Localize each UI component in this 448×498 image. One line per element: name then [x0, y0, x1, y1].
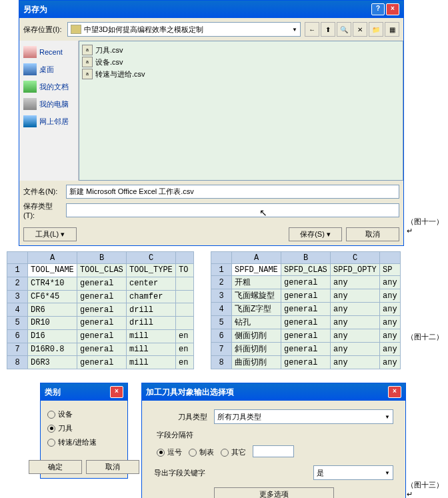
network-icon — [23, 115, 37, 127]
delete-icon[interactable]: ✕ — [353, 22, 367, 37]
table-row[interactable]: 3飞面螺旋型generalanyany — [211, 289, 401, 303]
sep-tab[interactable]: 制表 — [189, 445, 214, 459]
radio-icon — [157, 449, 165, 457]
table-row[interactable]: 5钻孔generalanyany — [211, 316, 401, 329]
radio-icon — [221, 449, 229, 457]
table-row[interactable]: 3CF6*45generalchamfer — [7, 290, 194, 303]
table-row[interactable]: 7斜面切削generalanyany — [211, 343, 401, 356]
table-row[interactable]: 8D6R3generalmillen — [7, 356, 194, 369]
radio-icon — [47, 439, 55, 447]
savetype-label: 保存类型(T): — [23, 201, 63, 219]
caption-13: （图十三）↵ — [407, 480, 448, 498]
type-dialog: 类别 × 设备 刀具 转速/进给速 确定 取消 — [40, 383, 128, 479]
dialog-title: 类别 — [45, 387, 61, 398]
tool-type-label: 刀具类型 — [154, 412, 207, 422]
tools-button[interactable]: 工具(L) ▾ — [23, 227, 77, 241]
spreadsheet-tool[interactable]: ABC 1TOOL_NAMETOOL_CLASTOOL_TYPETO2CTR4*… — [7, 251, 194, 369]
places-bar: Recent 桌面 我的文档 我的电脑 网上邻居 — [19, 41, 79, 181]
radio-tool[interactable]: 刀具 — [47, 421, 121, 435]
place-recent[interactable]: Recent — [22, 43, 75, 61]
file-item[interactable]: a刀具.csv — [82, 44, 400, 56]
radio-icon — [47, 425, 55, 433]
newfolder-icon[interactable]: 📁 — [369, 22, 383, 37]
up-icon[interactable]: ⬆ — [321, 22, 335, 37]
table-row[interactable]: 5DR10generaldrill — [7, 317, 194, 330]
cancel-button[interactable]: 取消 — [86, 460, 139, 474]
table-row[interactable]: 1SPFD_NAMESPFD_CLASSPFD_OPTYSP — [211, 264, 401, 276]
desktop-icon — [23, 63, 37, 75]
close-button[interactable]: × — [386, 3, 399, 15]
filename-input[interactable]: 新建 Microsoft Office Excel 工作表.csv — [66, 185, 399, 199]
keyword-label: 导出字段关键字 — [154, 468, 205, 478]
close-button[interactable]: × — [110, 386, 123, 398]
keyword-combo[interactable]: 是 — [313, 465, 393, 480]
export-options-dialog: 加工刀具对象输出选择项 × 刀具类型 所有刀具类型 字段分隔符 逗号 制表 其它… — [141, 383, 406, 498]
titlebar[interactable]: 另存为 ? × — [19, 1, 403, 18]
search-icon[interactable]: 🔍 — [337, 22, 351, 37]
radio-device[interactable]: 设备 — [47, 407, 121, 421]
save-button[interactable]: 保存(S) ▾ — [289, 227, 342, 241]
table-row[interactable]: 7D16R0.8generalmillen — [7, 343, 194, 356]
back-icon[interactable]: ← — [305, 22, 319, 37]
place-computer[interactable]: 我的电脑 — [22, 95, 75, 113]
savetype-combo[interactable]: CSV (逗号分隔)(*.csv) — [66, 203, 399, 217]
csv-icon: a — [82, 57, 93, 67]
file-item[interactable]: a转速与进给.csv — [82, 68, 400, 80]
ok-button[interactable]: 确定 — [29, 460, 82, 474]
close-button[interactable]: × — [388, 386, 401, 398]
table-row[interactable]: 4DR6generaldrill — [7, 303, 194, 317]
table-row[interactable]: 4飞面Z字型generalanyany — [211, 303, 401, 316]
window-title: 另存为 — [23, 4, 47, 15]
computer-icon — [23, 98, 37, 110]
cancel-button[interactable]: 取消 — [346, 227, 399, 241]
save-as-dialog: 另存为 ? × 保存位置(I): 中望3D如何提高编程效率之模板定制 ▼ ← ⬆… — [19, 0, 404, 246]
caption-11: （图十一）↵ — [407, 217, 448, 235]
place-docs[interactable]: 我的文档 — [22, 78, 75, 95]
caption-12: （图十二） — [407, 332, 443, 342]
save-in-label: 保存位置(I): — [23, 25, 63, 35]
table-row[interactable]: 6侧面切削generalanyany — [211, 329, 401, 343]
table-row[interactable]: 8曲面切削generalanyany — [211, 356, 401, 369]
table-row[interactable]: 6D16generalmillen — [7, 329, 194, 343]
recent-icon — [23, 46, 37, 58]
table-row[interactable]: 1TOOL_NAMETOOL_CLASTOOL_TYPETO — [7, 264, 194, 277]
more-options-button[interactable]: 更多选项 — [214, 487, 334, 498]
table-row[interactable]: 2开粗generalanyany — [211, 276, 401, 289]
radio-speed[interactable]: 转速/进给速 — [47, 435, 121, 449]
place-network[interactable]: 网上邻居 — [22, 113, 75, 130]
spreadsheet-spfd[interactable]: ABC 1SPFD_NAMESPFD_CLASSPFD_OPTYSP2开粗gen… — [211, 251, 401, 369]
help-button[interactable]: ? — [371, 3, 385, 15]
sep-other[interactable]: 其它 — [221, 445, 246, 459]
csv-icon: a — [82, 69, 93, 79]
sep-other-input[interactable] — [253, 445, 294, 457]
filename-label: 文件名(N): — [23, 187, 63, 197]
table-row[interactable]: 2CTR4*10generalcenter — [7, 277, 194, 290]
csv-icon: a — [82, 45, 93, 55]
folder-icon — [71, 25, 81, 34]
separator-label: 字段分隔符 — [147, 427, 400, 443]
radio-icon — [189, 449, 197, 457]
file-list[interactable]: a刀具.csv a设备.csv a转速与进给.csv — [79, 41, 403, 181]
place-desktop[interactable]: 桌面 — [22, 61, 75, 78]
save-in-combo[interactable]: 中望3D如何提高编程效率之模板定制 ▼ — [67, 22, 301, 37]
radio-icon — [47, 411, 55, 419]
views-icon[interactable]: ▦ — [385, 22, 399, 37]
sep-comma[interactable]: 逗号 — [157, 445, 182, 459]
file-item[interactable]: a设备.csv — [82, 56, 400, 68]
tool-type-combo[interactable]: 所有刀具类型 — [214, 409, 393, 424]
dialog-title: 加工刀具对象输出选择项 — [146, 387, 234, 398]
documents-icon — [23, 81, 37, 93]
